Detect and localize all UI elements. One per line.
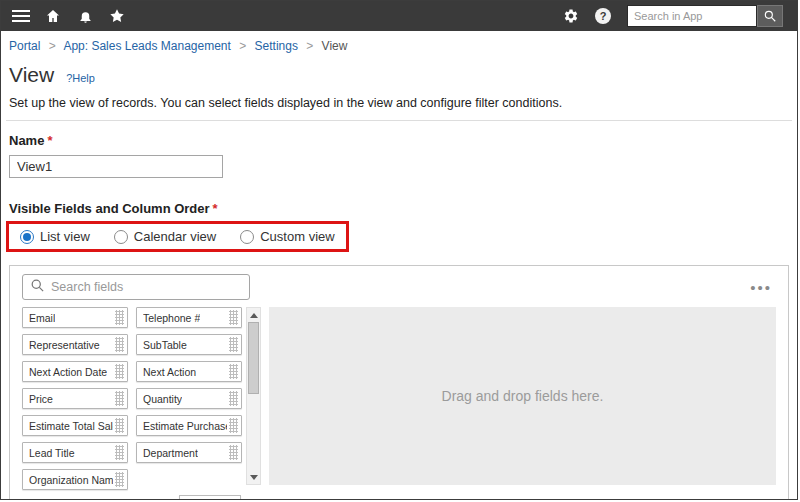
drag-handle-icon[interactable] — [115, 391, 124, 406]
radio-icon — [114, 230, 128, 244]
breadcrumb: Portal > App: Sales Leads Management > S… — [1, 31, 797, 57]
field-chip-label: Department — [143, 447, 198, 459]
drag-handle-icon[interactable] — [229, 418, 238, 433]
favorites-button[interactable] — [101, 1, 133, 31]
home-button[interactable] — [37, 1, 69, 31]
app-search-input[interactable] — [627, 5, 757, 27]
field-chip[interactable]: Email — [22, 307, 128, 328]
help-link[interactable]: ?Help — [66, 72, 95, 84]
help-icon: ? — [595, 8, 611, 24]
fields-panel: ••• Email Telephone # Representative Sub… — [9, 265, 789, 500]
radio-option-calendar-view[interactable]: Calendar view — [114, 229, 216, 244]
field-chip[interactable]: Estimate Total Sales — [22, 415, 128, 436]
field-chip[interactable]: Next Action — [136, 361, 242, 382]
field-chip-label: Telephone # — [143, 312, 200, 324]
field-chip-label: Email — [29, 312, 55, 324]
view-type-radio-group: List view Calendar view Custom view — [6, 221, 349, 252]
field-chip-label: Next Action Date — [29, 366, 107, 378]
field-chip-label: Organization Name — [29, 474, 113, 486]
breadcrumb-separator: > — [239, 39, 246, 53]
field-chip[interactable]: Department — [136, 442, 242, 463]
field-chip[interactable]: Representative — [22, 334, 128, 355]
field-chip-label: Estimate Purchase D... — [143, 420, 227, 432]
field-chip[interactable]: Organization Name — [22, 469, 128, 490]
field-chip[interactable]: Estimate Purchase D... — [136, 415, 242, 436]
page-description: Set up the view of records. You can sele… — [9, 96, 789, 110]
app-window: ? Portal > App: Sales Leads Management >… — [0, 0, 798, 500]
field-chip-label: SubTable — [143, 339, 187, 351]
divider — [6, 120, 792, 121]
scrollbar-track[interactable] — [247, 322, 260, 470]
search-icon — [30, 278, 45, 297]
field-chip-label: Lead Title — [29, 447, 75, 459]
hamburger-icon — [12, 10, 30, 22]
scroll-down-button[interactable] — [247, 470, 260, 484]
radio-label: List view — [40, 229, 90, 244]
options-menu-button[interactable]: ••• — [746, 278, 776, 297]
breadcrumb-settings[interactable]: Settings — [255, 39, 298, 53]
addall-row: Add All — [22, 495, 776, 500]
field-chip-label: Representative — [29, 339, 100, 351]
radio-option-custom-view[interactable]: Custom view — [240, 229, 334, 244]
fields-scrollbar[interactable] — [246, 307, 261, 485]
app-search-button[interactable] — [757, 5, 783, 27]
field-chip[interactable]: Telephone # — [136, 307, 242, 328]
drag-handle-icon[interactable] — [115, 418, 124, 433]
required-asterisk: * — [213, 201, 218, 216]
radio-label: Calendar view — [134, 229, 216, 244]
field-chip[interactable]: SubTable — [136, 334, 242, 355]
breadcrumb-app[interactable]: App: Sales Leads Management — [63, 39, 230, 53]
add-all-button[interactable]: Add All — [179, 495, 241, 500]
bell-icon — [78, 9, 93, 24]
breadcrumb-separator: > — [306, 39, 313, 53]
drop-zone-text: Drag and drop fields here. — [442, 388, 604, 404]
arrow-down-icon — [250, 475, 258, 480]
home-icon — [45, 8, 61, 24]
drag-handle-icon[interactable] — [115, 310, 124, 325]
field-chip-label: Quantity — [143, 393, 182, 405]
search-fields-input[interactable] — [51, 280, 242, 294]
settings-button[interactable] — [555, 1, 587, 31]
notifications-button[interactable] — [69, 1, 101, 31]
breadcrumb-current: View — [322, 39, 348, 53]
fields-list: Email Telephone # Representative SubTabl… — [22, 307, 242, 490]
field-chip[interactable]: Next Action Date — [22, 361, 128, 382]
drag-handle-icon[interactable] — [229, 445, 238, 460]
help-button[interactable]: ? — [587, 1, 619, 31]
scrollbar-thumb[interactable] — [248, 322, 259, 394]
drag-handle-icon[interactable] — [229, 310, 238, 325]
drag-handle-icon[interactable] — [229, 364, 238, 379]
field-chip-label: Estimate Total Sales — [29, 420, 113, 432]
field-chip[interactable]: Quantity — [136, 388, 242, 409]
name-input[interactable] — [9, 155, 223, 178]
drag-handle-icon[interactable] — [115, 445, 124, 460]
field-chip[interactable]: Price — [22, 388, 128, 409]
hamburger-menu-button[interactable] — [5, 1, 37, 31]
visible-fields-label: Visible Fields and Column Order* — [9, 201, 789, 216]
field-chip[interactable]: Lead Title — [22, 442, 128, 463]
panel-header: ••• — [22, 274, 776, 300]
star-icon — [109, 8, 125, 24]
search-fields-box — [22, 274, 250, 300]
required-asterisk: * — [47, 133, 52, 148]
app-search — [627, 5, 783, 27]
drop-zone[interactable]: Drag and drop fields here. — [269, 307, 776, 485]
radio-option-list-view[interactable]: List view — [20, 229, 90, 244]
arrow-up-icon — [250, 313, 258, 318]
breadcrumb-separator: > — [49, 39, 56, 53]
field-chip-label: Price — [29, 393, 53, 405]
drag-handle-icon[interactable] — [115, 337, 124, 352]
breadcrumb-portal[interactable]: Portal — [9, 39, 40, 53]
drag-handle-icon[interactable] — [115, 364, 124, 379]
name-label: Name* — [9, 133, 789, 148]
title-row: View ?Help — [9, 63, 789, 87]
drag-handle-icon[interactable] — [115, 472, 124, 487]
drag-handle-icon[interactable] — [229, 337, 238, 352]
radio-icon — [20, 230, 34, 244]
magnifier-icon — [763, 9, 777, 23]
gear-icon — [563, 8, 579, 24]
visible-fields-label-text: Visible Fields and Column Order — [9, 201, 210, 216]
radio-icon — [240, 230, 254, 244]
scroll-up-button[interactable] — [247, 308, 260, 322]
drag-handle-icon[interactable] — [229, 391, 238, 406]
